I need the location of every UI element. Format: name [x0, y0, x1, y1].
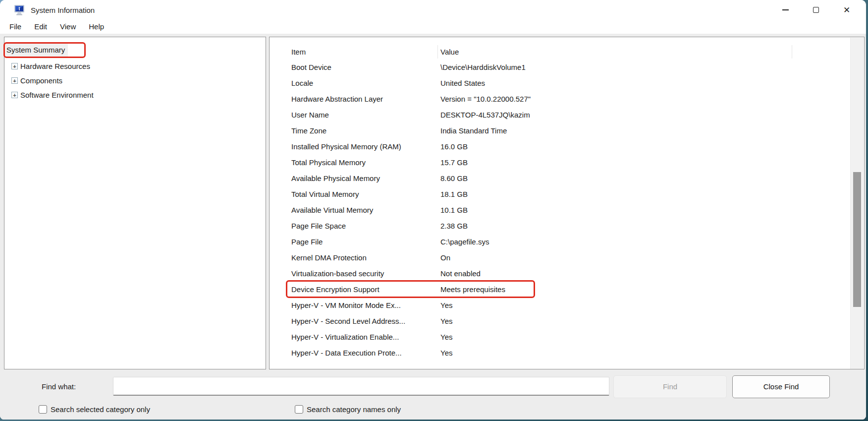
value-cell: Version = "10.0.22000.527" — [437, 91, 531, 107]
value-cell: Meets prerequisites — [437, 282, 505, 298]
item-cell: Device Encryption Support — [270, 282, 437, 298]
table-row[interactable]: Hyper-V - VM Monitor Mode Ex... Yes — [270, 298, 864, 313]
expand-plus-icon[interactable]: + — [11, 92, 18, 98]
maximize-button[interactable] — [801, 0, 831, 20]
value-cell: 8.60 GB — [437, 171, 468, 186]
window-title: System Information — [31, 6, 95, 14]
value-cell: DESKTOP-4L537JQ\kazim — [437, 107, 530, 123]
tree-item-label: Components — [20, 76, 62, 85]
search-selected-category-option: Search selected category only — [39, 404, 150, 414]
expand-plus-icon[interactable]: + — [11, 63, 18, 69]
table-row[interactable]: Available Physical Memory 8.60 GB — [270, 171, 864, 186]
item-cell: User Name — [270, 107, 437, 123]
item-cell: Locale — [270, 75, 437, 91]
column-header-value[interactable]: Value — [437, 44, 459, 60]
category-tree-panel: System Summary + Hardware Resources + Co… — [4, 37, 266, 369]
maximize-icon — [813, 7, 819, 13]
table-row[interactable]: Virtualization-based security Not enable… — [270, 266, 864, 282]
tree-item-system-summary[interactable]: System Summary — [5, 44, 68, 57]
value-cell: 18.1 GB — [437, 186, 468, 202]
table-row[interactable]: Locale United States — [270, 75, 864, 91]
item-cell: Hyper-V - Virtualization Enable... — [270, 329, 437, 345]
item-cell: Hyper-V - VM Monitor Mode Ex... — [270, 298, 437, 313]
scrollbar-thumb[interactable] — [853, 172, 861, 307]
item-cell: Available Virtual Memory — [270, 202, 437, 218]
search-selected-category-checkbox[interactable] — [39, 405, 47, 414]
value-cell: Yes — [437, 329, 452, 345]
find-button[interactable]: Find — [613, 375, 727, 398]
search-selected-category-label: Search selected category only — [51, 405, 150, 414]
tree-item-label: Hardware Resources — [20, 62, 90, 70]
table-row[interactable]: Hyper-V - Data Execution Prote... Yes — [270, 345, 864, 361]
value-cell: C:\pagefile.sys — [437, 234, 489, 250]
close-icon: ✕ — [843, 6, 850, 14]
minimize-icon — [782, 9, 789, 10]
table-row[interactable]: Hyper-V - Second Level Address... Yes — [270, 313, 864, 329]
item-cell: Hyper-V - Second Level Address... — [270, 313, 437, 329]
value-cell: India Standard Time — [437, 123, 507, 139]
tree-item[interactable]: + Hardware Resources — [4, 59, 94, 73]
list-header: Item Value — [270, 44, 864, 60]
vertical-scrollbar[interactable] — [850, 38, 864, 369]
item-cell: Available Physical Memory — [270, 171, 437, 186]
title-bar: System Information ✕ — [0, 0, 866, 20]
tree-item[interactable]: + Components — [4, 73, 94, 88]
search-category-names-checkbox[interactable] — [295, 405, 303, 414]
minimize-button[interactable] — [770, 0, 801, 20]
table-row[interactable]: Kernel DMA Protection On — [270, 250, 864, 266]
value-cell: Yes — [437, 313, 452, 329]
table-row[interactable]: Hyper-V - Virtualization Enable... Yes — [270, 329, 864, 345]
value-cell: \Device\HarddiskVolume1 — [437, 60, 526, 75]
table-row[interactable]: Time Zone India Standard Time — [270, 123, 864, 139]
value-cell: 2.38 GB — [437, 218, 468, 234]
table-row[interactable]: Installed Physical Memory (RAM) 16.0 GB — [270, 139, 864, 155]
menu-item[interactable]: Edit — [28, 21, 54, 33]
value-cell: 16.0 GB — [437, 139, 468, 155]
item-cell: Hyper-V - Data Execution Prote... — [270, 345, 437, 361]
menu-item[interactable]: View — [54, 21, 82, 33]
table-row[interactable]: Total Physical Memory 15.7 GB — [270, 155, 864, 171]
item-cell: Virtualization-based security — [270, 266, 437, 282]
value-cell: On — [437, 250, 450, 266]
table-row[interactable]: Page File Space 2.38 GB — [270, 218, 864, 234]
item-cell: Hardware Abstraction Layer — [270, 91, 437, 107]
item-cell: Total Virtual Memory — [270, 186, 437, 202]
value-cell: United States — [437, 75, 485, 91]
value-cell: 10.1 GB — [437, 202, 468, 218]
menu-item[interactable]: File — [3, 21, 28, 33]
tree-item-label: Software Environment — [20, 91, 94, 99]
table-body: Boot Device \Device\HarddiskVolume1 Loca… — [270, 60, 864, 361]
column-header-item[interactable]: Item — [270, 44, 437, 60]
item-cell: Page File Space — [270, 218, 437, 234]
search-category-names-option: Search category names only — [295, 404, 401, 414]
table-row[interactable]: Device Encryption Support Meets prerequi… — [270, 282, 864, 298]
menu-item[interactable]: Help — [82, 21, 110, 33]
table-row[interactable]: Total Virtual Memory 18.1 GB — [270, 186, 864, 202]
system-information-icon — [14, 4, 26, 16]
find-what-label: Find what: — [42, 382, 76, 392]
item-cell: Page File — [270, 234, 437, 250]
menu-bar: File Edit View Help — [0, 20, 866, 34]
expand-plus-icon[interactable]: + — [11, 77, 18, 84]
item-cell: Total Physical Memory — [270, 155, 437, 171]
find-input[interactable] — [113, 377, 609, 396]
table-row[interactable]: Hardware Abstraction Layer Version = "10… — [270, 91, 864, 107]
tree-children: + Hardware Resources + Components + Soft… — [4, 59, 94, 102]
table-row[interactable]: Boot Device \Device\HarddiskVolume1 — [270, 60, 864, 75]
value-cell: 15.7 GB — [437, 155, 468, 171]
details-panel: Item Value Boot Device \Device\HarddiskV… — [269, 37, 865, 369]
item-cell: Kernel DMA Protection — [270, 250, 437, 266]
tree-item[interactable]: + Software Environment — [4, 88, 94, 102]
item-cell: Time Zone — [270, 123, 437, 139]
table-row[interactable]: Page File C:\pagefile.sys — [270, 234, 864, 250]
system-information-window: System Information ✕ File Edit View Help… — [0, 0, 866, 420]
column-divider[interactable] — [437, 45, 438, 59]
table-row[interactable]: Available Virtual Memory 10.1 GB — [270, 202, 864, 218]
column-divider[interactable] — [792, 45, 792, 59]
item-cell: Installed Physical Memory (RAM) — [270, 139, 437, 155]
close-button[interactable]: ✕ — [831, 0, 862, 20]
table-row[interactable]: User Name DESKTOP-4L537JQ\kazim — [270, 107, 864, 123]
close-find-button[interactable]: Close Find — [732, 375, 830, 398]
value-cell: Yes — [437, 298, 452, 313]
value-cell: Yes — [437, 345, 452, 361]
